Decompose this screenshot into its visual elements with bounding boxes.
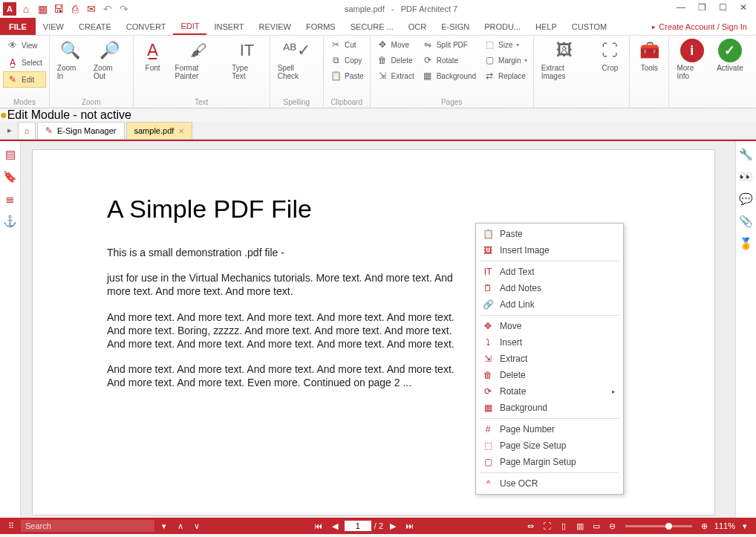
tab-sample-pdf[interactable]: sample.pdf✕ [126, 122, 193, 139]
ctx-paste[interactable]: 📋Paste [476, 226, 623, 242]
rotate-button[interactable]: ⟳Rotate [419, 53, 479, 68]
tab-convert[interactable]: CONVERT [119, 18, 174, 35]
delete-page-button[interactable]: 🗑Delete [374, 53, 417, 68]
document-canvas[interactable]: A Simple PDF File This is a small demons… [21, 141, 735, 518]
ctx-background[interactable]: ▦Background [476, 400, 623, 416]
zoom-slider[interactable] [625, 525, 692, 527]
split-pdf-button[interactable]: ⇋Split PDF [419, 37, 479, 52]
undo-icon[interactable]: ↶ [101, 2, 114, 16]
fit-width-icon[interactable]: ⇔ [524, 521, 538, 531]
new-icon[interactable]: ▦ [36, 2, 49, 16]
cut-button[interactable]: ✂Cut [327, 37, 367, 52]
wrench-icon[interactable]: 🔧 [739, 147, 754, 162]
print-icon[interactable]: ⎙ [68, 2, 82, 16]
first-page-icon[interactable]: ⏮ [312, 521, 325, 530]
ctx-page-number[interactable]: #Page Number [476, 421, 623, 437]
tab-ocr[interactable]: OCR [401, 18, 434, 35]
ctx-add-text[interactable]: ΙTAdd Text [476, 264, 623, 280]
save-icon[interactable]: 🖫 [52, 2, 65, 16]
font-button[interactable]: A̲Font [137, 37, 169, 74]
tab-insert[interactable]: INSERT [206, 18, 251, 35]
search-next-icon[interactable]: ∨ [190, 521, 203, 531]
tab-view[interactable]: VIEW [36, 18, 71, 35]
tab-review[interactable]: REVIEW [252, 18, 299, 35]
search-dropdown-icon[interactable]: ▾ [157, 521, 171, 531]
copy-button[interactable]: ⧉Copy [327, 53, 367, 68]
tab-edit[interactable]: EDIT [173, 18, 206, 35]
attachment-icon[interactable]: 📎 [739, 214, 754, 229]
mode-select[interactable]: A̲Select [3, 54, 46, 71]
move-page-button[interactable]: ✥Move [374, 37, 417, 52]
mail-icon[interactable]: ✉ [85, 2, 98, 16]
extract-page-button[interactable]: ⇲Extract [374, 68, 417, 83]
ctx-delete[interactable]: 🗑Delete [476, 367, 623, 383]
tab-esign[interactable]: E-SIGN [434, 18, 477, 35]
extract-images-button[interactable]: 🖼Extract Images [537, 37, 593, 82]
fit-page-icon[interactable]: ⛶ [541, 521, 554, 530]
margin-button[interactable]: ▢Margin▾ [480, 53, 530, 68]
ctx-page-margin[interactable]: ▢Page Margin Setup [476, 454, 623, 470]
ctx-insert[interactable]: ⤵Insert [476, 334, 623, 351]
size-button[interactable]: ⬚Size▾ [480, 37, 530, 52]
ctx-insert-image[interactable]: 🖼Insert Image [476, 242, 623, 258]
spell-check-button[interactable]: ᴬᴮ✓Spell Check [273, 37, 320, 82]
close-window-icon[interactable]: ✕ [734, 2, 753, 16]
page-number-input[interactable] [345, 521, 371, 531]
thumbnails-icon[interactable]: ▤ [3, 147, 18, 162]
zoom-in-button[interactable]: 🔍Zoom In [53, 37, 88, 82]
crop-button[interactable]: ⛶Crop [593, 37, 626, 74]
tab-custom[interactable]: CUSTOM [564, 18, 614, 35]
binoculars-icon[interactable]: 👀 [739, 169, 754, 184]
mode-view[interactable]: 👁View [3, 37, 46, 53]
last-page-icon[interactable]: ⏭ [403, 521, 416, 530]
more-info-button[interactable]: iMore Info [672, 37, 711, 82]
zoom-out-status-icon[interactable]: ⊖ [606, 521, 619, 531]
mode-edit[interactable]: ✎Edit [3, 71, 46, 88]
close-tab-icon[interactable]: ✕ [178, 127, 184, 135]
tab-forms[interactable]: FORMS [299, 18, 343, 35]
single-page-icon[interactable]: ▯ [557, 521, 570, 531]
search-prev-icon[interactable]: ∧ [174, 521, 187, 531]
ctx-rotate[interactable]: ⟳Rotate▸ [476, 383, 623, 400]
account-link[interactable]: Create Account / Sign In [643, 18, 756, 35]
background-button[interactable]: ▦Background [419, 68, 479, 83]
facing-icon[interactable]: ▭ [590, 521, 603, 531]
paste-button[interactable]: 📋Paste [327, 68, 367, 83]
zoom-out-button[interactable]: 🔎Zoom Out [89, 37, 130, 82]
maximize-icon[interactable]: ☐ [713, 2, 732, 16]
restore-icon[interactable]: ❐ [692, 2, 711, 16]
layers-icon[interactable]: ≣ [3, 192, 18, 206]
ctx-extract[interactable]: ⇲Extract [476, 351, 623, 367]
ctx-move[interactable]: ✥Move [476, 318, 623, 334]
anchor-icon[interactable]: ⚓ [3, 214, 18, 229]
ctx-add-notes[interactable]: 🗒Add Notes [476, 280, 623, 296]
tab-create[interactable]: CREATE [71, 18, 119, 35]
ctx-page-size[interactable]: ⬚Page Size Setup [476, 437, 623, 454]
redo-icon[interactable]: ↷ [117, 2, 131, 16]
prev-page-icon[interactable]: ◀ [328, 521, 342, 531]
continuous-icon[interactable]: ▥ [573, 521, 587, 531]
home-icon[interactable]: ⌂ [19, 2, 33, 16]
tools-button[interactable]: 🧰Tools [633, 37, 665, 74]
file-menu[interactable]: FILE [0, 18, 36, 35]
tab-products[interactable]: PRODU... [477, 18, 528, 35]
ctx-use-ocr[interactable]: ᴬUse OCR [476, 475, 623, 492]
tab-secure[interactable]: SECURE ... [343, 18, 401, 35]
award-icon[interactable]: 🏅 [739, 236, 754, 251]
tab-esign-manager[interactable]: ✎E-Sign Manager [37, 122, 125, 139]
tab-help[interactable]: HELP [528, 18, 564, 35]
type-text-button[interactable]: ΙTType Text [227, 37, 266, 82]
tab-home-icon[interactable]: ⌂ [18, 122, 36, 139]
replace-button[interactable]: ⇄Replace [480, 68, 530, 83]
format-painter-button[interactable]: 🖌Format Painter [171, 37, 227, 82]
minimize-icon[interactable]: — [671, 2, 691, 16]
bookmarks-icon[interactable]: 🔖 [3, 169, 18, 184]
expand-tabs-icon[interactable]: ▸ [3, 122, 16, 139]
activate-button[interactable]: ✓Activate [713, 37, 747, 74]
next-page-icon[interactable]: ▶ [386, 521, 400, 531]
search-input[interactable] [21, 520, 154, 532]
ctx-add-link[interactable]: 🔗Add Link [476, 296, 623, 313]
zoom-in-status-icon[interactable]: ⊕ [698, 521, 711, 531]
comment-icon[interactable]: 💬 [739, 192, 754, 206]
zoom-dropdown-icon[interactable]: ▾ [738, 521, 752, 531]
